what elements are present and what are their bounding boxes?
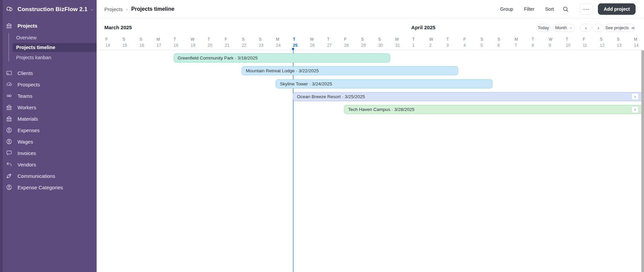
day-column-header: S16 [139,37,154,48]
day-column-header: T3 [446,37,461,48]
rocket-icon [6,172,12,179]
day-number: 27 [327,43,342,48]
sidebar-item-invoices[interactable]: Invoices [3,147,97,159]
day-column-header: S22 [242,37,257,48]
sidebar-item-clients[interactable]: Clients [3,67,97,79]
app-title: Construction BizFlow 2.1 [18,6,88,13]
day-column-header: S15 [123,37,137,48]
day-number: 29 [361,43,376,48]
see-projects-button[interactable]: See projects [605,24,635,32]
day-letter: W [191,37,205,42]
add-project-button[interactable]: Add project [598,3,636,15]
more-options-button[interactable]: ··· [579,3,593,15]
day-letter: T [327,37,342,42]
sidebar-item-expenses[interactable]: Expenses [3,124,97,136]
main-area: Projects › Projects timeline Group Filte… [97,0,644,272]
subnav-indent-line [8,33,9,62]
day-column-header: M17 [157,37,171,48]
project-bar-label: Mountain Retreat Lodge · 3/22/2025 [246,68,319,73]
see-projects-label: See projects [605,26,629,30]
chat-bubble-icon [6,150,12,156]
day-number: 19 [191,43,205,48]
project-bar-label: Skyline Tower · 3/24/2025 [280,81,332,86]
day-number: 20 [208,43,223,48]
project-bar-mountain-retreat-lodge[interactable]: Mountain Retreat Lodge · 3/22/2025 [242,66,458,75]
vertical-scrollbar[interactable] [641,50,644,272]
bar-overflow-chevron-button[interactable]: › [632,93,639,100]
day-letter: W [549,37,564,42]
search-button[interactable] [560,4,571,14]
bar-overflow-chevron-button[interactable]: › [632,106,639,113]
day-number: 4 [464,43,478,48]
project-bar-greenfield-community-park[interactable]: Greenfield Community Park · 3/18/2025 [174,53,390,63]
sidebar-item-materials[interactable]: Materials [3,113,97,124]
filter-button[interactable]: Filter [523,4,535,14]
day-letter: F [464,37,478,42]
prev-period-button[interactable]: ‹ [580,24,592,32]
project-bar-label: Tech Haven Campus · 3/28/2025 [348,107,414,112]
rings-icon [6,92,12,99]
day-number: 5 [480,43,495,48]
chevron-down-icon [569,26,573,30]
day-letter: M [514,37,529,42]
chevron-right-icon: › [598,25,599,31]
sidebar: Construction BizFlow 2.1 Projects Overvi… [0,0,97,272]
sidebar-item-vendors[interactable]: Vendors [3,159,97,170]
sidebar-item-projects-timeline[interactable]: Projects timeline [12,43,97,52]
sidebar-item-workers[interactable]: Workers [3,102,97,113]
day-letter: T [412,37,427,42]
day-number: 30 [378,43,393,48]
day-column-header: T18 [174,37,189,48]
day-column-header: S13 [617,37,632,48]
sidebar-item-expense-categories[interactable]: Expense Categories [3,182,97,193]
breadcrumb-projects[interactable]: Projects [104,6,123,12]
card-icon [6,70,12,76]
sidebar-item-label: Vendors [18,162,36,167]
day-number: 28 [344,43,359,48]
day-letter: M [634,37,644,42]
sidebar-item-communications[interactable]: Communications [3,170,97,182]
project-bar-tech-haven-campus[interactable]: Tech Haven Campus · 3/28/2025› [344,105,641,114]
day-letter: T [293,37,308,42]
day-number: 31 [395,43,410,48]
day-number: 11 [583,43,598,48]
project-bar-skyline-tower[interactable]: Skyline Tower · 3/24/2025 [276,79,492,88]
sort-button[interactable]: Sort [545,4,555,14]
sidebar-item-label: Expenses [18,127,40,133]
sidebar-item-prospects[interactable]: Prospects [3,79,97,90]
sidebar-item-label: Clients [18,70,33,76]
day-column-header: F21 [225,37,240,48]
day-letter: T [174,37,189,42]
sidebar-item-label: Teams [18,93,32,99]
group-button[interactable]: Group [499,4,514,14]
next-period-button[interactable]: › [592,24,604,32]
day-letter: S [600,37,615,42]
day-number: 13 [617,43,632,48]
view-mode-dropdown[interactable]: Month [553,24,575,32]
day-number: 8 [532,43,546,48]
day-column-header: T10 [566,37,580,48]
workspace-switcher[interactable]: Construction BizFlow 2.1 [3,3,97,15]
project-bar-ocean-breeze-resort[interactable]: Ocean Breeze Resort · 3/25/2025› [293,92,641,101]
day-letter: S [378,37,393,42]
day-column-header: M7 [514,37,529,48]
day-header-divider [97,50,644,50]
sidebar-item-wages[interactable]: Wages [3,136,97,147]
day-number: 14 [105,43,120,48]
day-number: 21 [225,43,240,48]
sidebar-item-teams[interactable]: Teams [3,90,97,102]
reply-arrow-icon [6,161,12,168]
timeline: March 2025April 2025 Today Month ‹ › See… [97,18,644,272]
day-letter: S [139,37,154,42]
chevron-left-icon: ‹ [585,25,587,31]
sidebar-item-projects[interactable]: Projects [3,21,97,30]
page-title: Projects timeline [131,6,174,12]
today-button[interactable]: Today [536,24,550,32]
sidebar-item-projects-kanban[interactable]: Projects kanban [12,53,97,62]
day-column-header: S6 [498,37,512,48]
user-circle-icon [6,184,12,191]
day-number: 7 [514,43,529,48]
sidebar-item-overview[interactable]: Overview [12,33,97,42]
sidebar-item-label: Workers [18,105,36,110]
sidebar-group-label: Projects [18,23,37,29]
